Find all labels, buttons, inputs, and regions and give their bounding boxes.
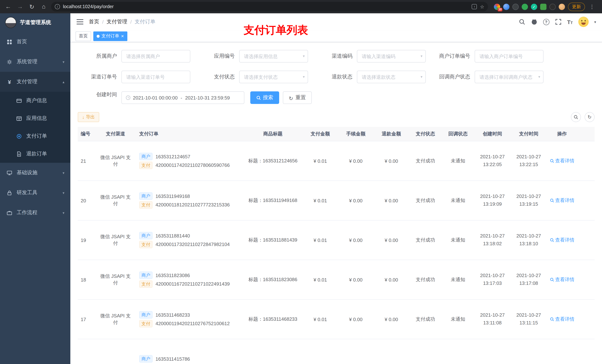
extension-dark-icon[interactable] [512,3,519,10]
breadcrumb: 首页 / 支付管理 / 支付订单 [89,19,155,25]
header-pay-status: 支付状态 [409,131,442,137]
refund-status-select[interactable] [357,71,426,83]
extension-green-icon[interactable] [522,3,528,10]
sidebar-item-infrastructure[interactable]: 基础设施 ▾ [0,163,70,183]
credit-card-icon [16,98,22,104]
breadcrumb-payment[interactable]: 支付管理 [107,19,127,25]
extension-check-icon[interactable]: ✓ [531,3,537,10]
sidebar-item-label: 支付管理 [17,78,37,85]
cell-fee-amount: ¥ 0.00 [338,237,374,243]
app-no-select[interactable] [239,50,308,62]
extension-pin-icon[interactable] [549,3,556,10]
sidebar-item-label: 支付订单 [26,133,47,139]
main-area: 支付订单列表 首页 / 支付管理 / 支付订单 ? TT ▾ [70,13,602,364]
create-time-range-picker[interactable]: 2021-10-01 00:00:00 - 2021-10-31 23:59:5… [121,91,244,104]
merchant-order-no: 1635311823086 [155,273,190,278]
help-icon[interactable]: ? [543,19,549,25]
refresh-table-button[interactable]: ↻ [585,112,595,122]
toggle-search-button[interactable] [571,112,581,122]
merchant-input[interactable] [121,50,190,62]
github-icon[interactable] [531,19,538,25]
search-icon[interactable] [518,19,525,25]
sidebar-item-app-info[interactable]: 应用信息 [0,110,70,127]
pay-tag: 支付 [139,241,152,248]
merchant-tag: 商户 [139,153,152,160]
tab-home[interactable]: 首页 [75,31,91,41]
channel-code-select[interactable] [357,50,426,62]
cell-refund-amount: ¥ 0.00 [374,316,409,322]
url-text[interactable]: localhost:1024/pay/order [63,4,469,9]
cell-pay-status: 支付成功 [409,197,442,204]
gear-icon [7,59,12,64]
user-avatar[interactable] [578,17,589,27]
header-fee-amount: 手续金额 [338,131,374,137]
header-actions: 操作 [547,131,577,137]
avatar-caret-icon[interactable]: ▾ [594,20,596,24]
font-size-icon[interactable]: TT [567,19,573,25]
browser-reload-icon[interactable]: ↻ [27,2,36,11]
view-detail-link[interactable]: 查看详情 [550,197,574,204]
address-bar[interactable]: i localhost:1024/pay/order ↑ ☆ [51,2,488,11]
view-detail-link[interactable]: 查看详情 [550,157,574,164]
tab-label: 首页 [79,33,88,39]
export-button[interactable]: ↓ 导出 [78,112,99,122]
sidebar-item-merchant-info[interactable]: 商户信息 [0,92,70,110]
cell-create-time: 2021-10-2713:17:03 [474,272,511,287]
search-button[interactable]: 搜索 [250,91,279,104]
bookmark-star-icon[interactable]: ☆ [480,4,484,10]
view-detail-link[interactable]: 查看详情 [550,316,574,322]
top-navbar: 首页 / 支付管理 / 支付订单 ? TT ▾ [70,13,602,30]
fullscreen-icon[interactable] [555,19,561,25]
cell-id: 21 [78,158,97,164]
app-no-label: 应用编号 [195,53,239,60]
callback-status-select[interactable] [475,71,544,83]
view-detail-link[interactable]: 查看详情 [550,276,574,283]
app-logo[interactable]: 芋道管理系统 [0,13,70,32]
cell-pay-time: 2021-10-2713:11:15 [511,312,547,327]
browser-menu-icon[interactable]: ⋮ [588,4,596,10]
cell-create-time: 2021-10-2713:18:02 [474,232,511,248]
merchant-tag: 商户 [139,272,152,279]
sidebar-item-home[interactable]: 首页 [0,32,70,52]
extension-drop-icon[interactable] [503,3,509,10]
pay-status-select[interactable] [239,71,308,83]
merchant-order-no-input[interactable] [475,50,544,62]
create-time-end: 2021-10-31 23:59:59 [185,95,230,100]
chevron-down-icon: ▾ [63,211,64,215]
pay-order-no: 4200001181202110277723215336 [155,202,230,208]
tab-close-icon[interactable]: × [121,34,124,39]
browser-home-icon[interactable]: ⌂ [39,2,48,11]
cell-title: 标题：1635311823086 [243,276,302,283]
browser-forward-icon[interactable]: → [16,2,24,11]
table-header-row: 编号 支付渠道 支付订单 商品标题 支付金额 手续金额 退款金额 支付状态 回调… [78,127,595,141]
cell-pay-amount: ¥ 0.01 [302,198,338,203]
refresh-icon: ↻ [289,95,294,100]
active-dot-icon [97,35,100,38]
sidebar-item-workflow[interactable]: 工作流程 ▾ [0,203,70,223]
browser-update-button[interactable]: 更新 [568,2,585,11]
sidebar-item-refund-order[interactable]: 退款订单 [0,145,70,163]
target-icon [16,133,22,139]
browser-profile-avatar[interactable] [559,3,565,10]
browser-back-icon[interactable]: ← [4,2,13,11]
sidebar-item-payment[interactable]: ¥ 支付管理 ▴ [0,72,70,92]
reset-button[interactable]: ↻ 重置 [283,91,312,104]
channel-order-no-input[interactable] [121,71,190,83]
sidebar-item-system[interactable]: 系统管理 ▾ [0,52,70,72]
breadcrumb-home[interactable]: 首页 [89,19,99,25]
sidebar-item-dev-tools[interactable]: 研发工具 ▾ [0,183,70,203]
callback-status-label: 回调商户状态 [431,74,475,80]
sidebar-item-pay-order[interactable]: 支付订单 [0,127,70,145]
cell-title: 标题：1635311949168 [243,197,302,204]
view-detail-link[interactable]: 查看详情 [550,237,574,243]
hamburger-icon[interactable] [76,18,84,26]
tab-pay-order[interactable]: 支付订单 × [93,31,127,41]
share-icon[interactable]: ↑ [472,4,477,9]
extension-chat-icon[interactable] [540,3,547,10]
pay-order-no: 4200001174202110278060590766 [155,163,230,168]
download-icon: ↓ [82,114,85,120]
extension-colorful-icon[interactable]: 10 [494,3,500,10]
pay-tag: 支付 [139,162,152,169]
cell-pay-order: 商户1635311823086 支付4200001167202110271022… [134,270,243,289]
site-info-icon[interactable]: i [55,4,60,9]
